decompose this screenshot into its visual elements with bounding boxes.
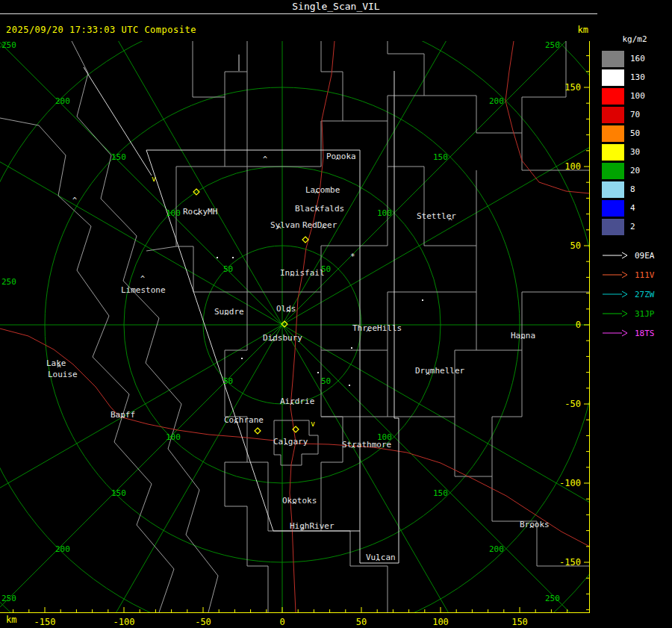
town-marker-icon: ^: [335, 157, 340, 165]
azimuth-spoke: [51, 325, 282, 628]
city-label: Vulcan: [366, 553, 396, 562]
town-marker-icon: ^: [284, 442, 288, 450]
right-axis-label: -100: [559, 478, 581, 488]
town-marker-icon: ^: [376, 558, 380, 566]
range-label: 200: [489, 96, 504, 106]
radar-legend-row: 111V: [597, 265, 672, 285]
bottom-axis-label: -50: [195, 617, 211, 627]
range-label: 150: [433, 152, 448, 162]
scan-area-outline: [360, 71, 399, 563]
vector-tip-icon: v: [311, 420, 315, 428]
town-marker-icon: ^: [351, 445, 355, 453]
radar-site-code: 111V: [635, 270, 655, 280]
vector-tip-icon: v: [152, 175, 156, 183]
colorbar-value: 50: [630, 128, 640, 138]
city-label: Louise: [48, 370, 78, 379]
town-marker-icon: ^: [314, 190, 319, 199]
colorbar-value: 70: [630, 110, 640, 119]
bottom-axis-label: 150: [511, 617, 528, 627]
county-boundary: [321, 246, 476, 350]
city-label: Lacombe: [305, 185, 340, 195]
county-boundary: [476, 292, 590, 350]
azimuth-spoke: [0, 325, 282, 556]
right-axis-unit-label: km: [566, 25, 588, 35]
colorbar-swatch: [602, 181, 624, 198]
map-layers: 5010015020025050100150200250501001502002…: [0, 0, 672, 628]
town-marker-icon: ^: [290, 273, 294, 282]
colorbar-entry: 130: [597, 68, 672, 87]
colorbar-value: 20: [630, 166, 640, 175]
colorbar-entry: 70: [597, 105, 672, 124]
colorbar-value: 2: [630, 222, 635, 231]
bottom-axis-label: 100: [432, 617, 449, 627]
town-marker-icon: ^: [300, 526, 305, 535]
poi-dot: [232, 257, 234, 258]
county-boundary: [492, 350, 522, 476]
colorbar-swatch: [602, 69, 624, 86]
colorbar-swatch: [602, 125, 624, 142]
right-axis-label: -50: [564, 399, 581, 409]
bottom-axis-label: 0: [279, 617, 284, 627]
radar-map-canvas[interactable]: 5010015020025050100150200250501001502002…: [0, 0, 672, 628]
range-label: 100: [377, 208, 392, 218]
county-boundary: [72, 41, 218, 612]
town-marker-icon: ^: [366, 329, 370, 337]
county-boundary: [225, 462, 268, 612]
colorbar-entry: 2: [597, 217, 672, 236]
range-label: 150: [111, 488, 126, 498]
poi-dot: [217, 257, 218, 258]
town-marker-icon: ^: [270, 338, 275, 346]
range-label: 200: [55, 96, 70, 106]
town-marker-icon: ^: [520, 336, 525, 344]
range-label: 150: [433, 488, 448, 498]
colorbar-swatch: [602, 219, 624, 235]
town-marker-icon: ^: [196, 212, 200, 220]
city-label: RedDeer: [302, 220, 337, 230]
range-label: 200: [55, 544, 70, 554]
town-marker-icon: ^: [57, 364, 61, 373]
radar-arrow-icon: [602, 329, 629, 337]
county-boundary: [388, 292, 476, 417]
colorbar-scale: 16013010070503020842: [597, 49, 672, 236]
colorbar-swatch: [602, 144, 624, 161]
county-boundary: [388, 121, 476, 246]
range-label: 250: [545, 40, 560, 50]
county-boundary: [321, 531, 388, 612]
asterisk-marker: *: [350, 252, 355, 261]
city-label: Strathmore: [342, 440, 391, 450]
radar-arrow-icon: [602, 252, 629, 259]
colorbar-entry: 20: [597, 161, 672, 180]
radar-app-window: Single_Scan_VIL 501001502002505010015020…: [0, 0, 672, 628]
county-boundary: [455, 417, 590, 566]
radar-legend-row: 31JP: [597, 304, 672, 323]
legend-panel: kg/m2 16013010070503020842 09EA111V27ZW3…: [597, 0, 672, 628]
right-axis-label: 150: [564, 82, 581, 93]
county-boundary: [522, 41, 566, 133]
radar-legend-row: 27ZW: [597, 285, 672, 304]
radar-arrow-icon: [602, 290, 629, 298]
colorbar-entry: 30: [597, 143, 672, 161]
city-label: Airdrie: [280, 397, 314, 406]
colorbar-entry: 8: [597, 180, 672, 199]
colorbar-swatch: [602, 107, 624, 123]
town-marker-icon: ^: [529, 525, 534, 533]
colorbar-title: kg/m2: [597, 34, 672, 44]
city-label: Sylvan: [270, 220, 300, 230]
range-label: 100: [166, 432, 181, 442]
radar-legend-row: 18TS: [597, 323, 672, 343]
poi-dot: [351, 347, 352, 349]
town-marker-icon: ^: [448, 217, 452, 226]
city-label: RockyMH: [183, 207, 217, 217]
city-label: Blackfalds: [295, 204, 344, 214]
radar-legend-row: 09EA: [597, 246, 672, 265]
colorbar-swatch: [602, 51, 624, 67]
colorbar-swatch: [602, 163, 624, 179]
town-marker-icon: ^: [72, 196, 77, 205]
poi-dot: [349, 385, 350, 386]
bottom-axis-label: 50: [356, 617, 367, 627]
range-ring: [0, 8, 599, 628]
town-marker-icon: ^: [321, 226, 326, 234]
bottom-axis-unit-label: km: [6, 615, 16, 625]
bottom-axis-label: -150: [34, 617, 56, 627]
range-label: 250: [1, 40, 16, 50]
